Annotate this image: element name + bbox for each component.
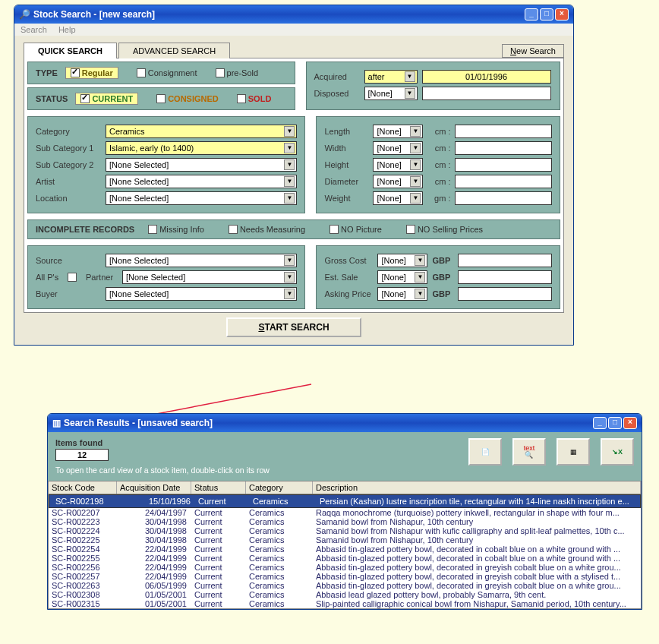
chevron-down-icon: ▼ <box>284 193 295 204</box>
acquired-operator-select[interactable]: after▼ <box>364 70 418 84</box>
grid-view-button[interactable]: ▦ <box>557 438 590 466</box>
type-regular-checkbox[interactable]: Regular <box>65 67 118 79</box>
titlebar[interactable]: 🔎 Stock Search - [new search] _ □ × <box>14 5 573 24</box>
estsale-op-select[interactable]: [None]▼ <box>377 270 427 284</box>
col-category[interactable]: Category <box>246 481 313 494</box>
chevron-down-icon: ▼ <box>284 272 295 283</box>
new-search-label: ew Search <box>516 46 556 55</box>
items-found-count: 12 <box>55 449 109 461</box>
tab-quick-search[interactable]: QUICK SEARCH <box>24 43 117 58</box>
no-selling-prices-checkbox[interactable]: NO Selling Prices <box>406 225 483 234</box>
col-stock-code[interactable]: Stock Code <box>49 481 117 494</box>
chevron-down-icon: ▼ <box>410 126 421 137</box>
source-select[interactable]: [None Selected]▼ <box>106 254 297 267</box>
askingprice-label: Asking Price <box>324 289 373 298</box>
partner-select[interactable]: [None Selected]▼ <box>122 270 297 284</box>
new-search-button[interactable]: New Search <box>502 44 564 58</box>
category-select[interactable]: Ceramics▼ <box>106 125 297 138</box>
col-description[interactable]: Description <box>313 481 641 494</box>
missing-info-checkbox[interactable]: Missing Info <box>148 225 204 234</box>
width-op-select[interactable]: [None]▼ <box>373 141 423 155</box>
window-title: Stock Search - [new search] <box>33 9 155 20</box>
maximize-button[interactable]: □ <box>540 8 553 21</box>
length-op-select[interactable]: [None]▼ <box>373 125 423 138</box>
allps-checkbox[interactable] <box>68 273 77 282</box>
askingprice-op-select[interactable]: [None]▼ <box>377 287 427 301</box>
disposed-operator-select[interactable]: [None]▼ <box>364 87 418 100</box>
location-select[interactable]: [None Selected]▼ <box>106 191 297 205</box>
menu-search[interactable]: Search <box>20 25 47 34</box>
status-sold-checkbox[interactable]: SOLD <box>237 94 272 103</box>
weight-input[interactable] <box>455 191 552 205</box>
print-button[interactable]: 📄 <box>468 438 502 466</box>
table-row[interactable]: SC-R00226306/05/1999CurrentCeramicsAbbas… <box>49 581 641 590</box>
close-button[interactable]: × <box>555 8 569 21</box>
table-row[interactable]: SC-R00230801/05/2001CurrentCeramicsAbbas… <box>49 590 641 599</box>
status-consigned-checkbox[interactable]: CONSIGNED <box>156 94 219 103</box>
subcat1-select[interactable]: Islamic, early (to 1400)▼ <box>106 141 297 155</box>
checkbox-icon <box>216 68 225 77</box>
artist-label: Artist <box>36 177 101 186</box>
weight-op-select[interactable]: [None]▼ <box>373 191 423 205</box>
askingprice-input[interactable] <box>458 287 552 301</box>
height-op-select[interactable]: [None]▼ <box>373 158 423 172</box>
table-row[interactable]: SC-R00231501/05/2001CurrentCeramicsSlip-… <box>49 599 641 608</box>
chevron-down-icon: ▼ <box>284 159 295 170</box>
estsale-input[interactable] <box>458 270 552 284</box>
menu-help[interactable]: Help <box>58 25 76 34</box>
results-minimize-button[interactable]: _ <box>593 417 607 429</box>
text-search-button[interactable]: text🔍 <box>512 438 546 466</box>
table-row[interactable]: SC-R00225522/04/1999CurrentCeramicsAbbas… <box>49 554 641 563</box>
chevron-down-icon: ▼ <box>410 159 421 170</box>
table-row[interactable]: SC-R00225622/04/1999CurrentCeramicsAbbas… <box>49 563 641 572</box>
width-label: Width <box>324 144 368 153</box>
grosscost-op-select[interactable]: [None]▼ <box>377 254 427 267</box>
chevron-down-icon: ▼ <box>415 289 425 299</box>
start-search-button[interactable]: START SEARCH <box>226 317 361 337</box>
needs-measuring-checkbox[interactable]: Needs Measuring <box>229 225 305 234</box>
subcat2-label: Sub Category 2 <box>36 160 101 169</box>
height-label: Height <box>324 160 368 169</box>
length-input[interactable] <box>455 125 552 138</box>
incomplete-label: INCOMPLETE RECORDS <box>36 225 134 234</box>
source-label: Source <box>36 256 101 265</box>
subcat2-select[interactable]: [None Selected]▼ <box>106 158 297 172</box>
export-excel-button[interactable]: ↘X <box>601 438 634 466</box>
table-row[interactable]: SC-R00225422/04/1999CurrentCeramicsAbbas… <box>49 545 641 554</box>
table-row[interactable]: SC-R00222330/04/1998CurrentCeramicsSaman… <box>49 517 641 526</box>
width-input[interactable] <box>455 141 552 155</box>
height-input[interactable] <box>455 158 552 172</box>
results-titlebar[interactable]: ▥ Search Results - [unsaved search] _ □ … <box>48 414 642 432</box>
type-presold-checkbox[interactable]: pre-Sold <box>216 68 259 77</box>
diameter-input[interactable] <box>455 175 552 188</box>
tab-advanced-search[interactable]: ADVANCED SEARCH <box>118 43 230 58</box>
minimize-button[interactable]: _ <box>525 8 538 21</box>
allps-label: All P's <box>36 273 63 282</box>
diameter-op-select[interactable]: [None]▼ <box>373 175 423 188</box>
table-row[interactable]: SC-R00222530/04/1998CurrentCeramicsSaman… <box>49 535 641 545</box>
weight-label: Weight <box>324 194 368 203</box>
grosscost-input[interactable] <box>458 254 552 267</box>
acquired-date-input[interactable]: 01/01/1996 <box>422 70 551 84</box>
table-row[interactable]: SC-R00220724/04/1997CurrentCeramicsRaqqa… <box>49 508 641 517</box>
results-maximize-button[interactable]: □ <box>608 417 622 429</box>
buyer-label: Buyer <box>36 289 101 298</box>
type-consignment-checkbox[interactable]: Consignment <box>137 68 197 77</box>
results-close-button[interactable]: × <box>623 417 637 429</box>
col-acq-date[interactable]: Acquisition Date <box>117 481 191 494</box>
checkbox-icon <box>71 68 80 77</box>
buyer-select[interactable]: [None Selected]▼ <box>106 287 297 301</box>
table-row[interactable]: SC-R00225722/04/1999CurrentCeramicsAbbas… <box>49 572 641 581</box>
disposed-label: Disposed <box>314 89 360 98</box>
status-current-checkbox[interactable]: CURRENT <box>75 93 138 105</box>
table-row[interactable]: SC-R00219815/10/1996CurrentCeramicsPersi… <box>49 494 641 508</box>
artist-select[interactable]: [None Selected]▼ <box>106 175 297 188</box>
table-row[interactable]: SC-R00222430/04/1998CurrentCeramicsSaman… <box>49 526 641 535</box>
disposed-date-input[interactable] <box>422 87 551 100</box>
checkbox-icon <box>330 225 339 234</box>
no-picture-checkbox[interactable]: NO Picture <box>330 225 382 234</box>
checkbox-icon <box>229 225 238 234</box>
checkbox-icon <box>156 94 166 103</box>
checkbox-icon <box>237 94 246 103</box>
col-status[interactable]: Status <box>191 481 246 494</box>
